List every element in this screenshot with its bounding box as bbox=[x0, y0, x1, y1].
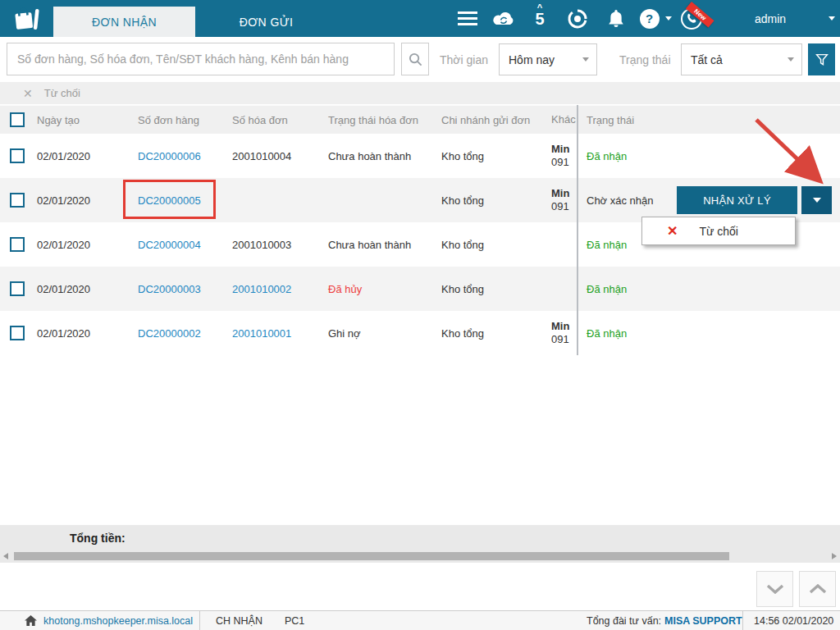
col-trang-thai[interactable]: Trạng thái bbox=[587, 114, 634, 126]
table-row[interactable]: 02/01/2020 DC20000005 Kho tổng Min091 Ch… bbox=[0, 178, 840, 222]
status-filter-select[interactable]: Tất cả bbox=[681, 43, 802, 75]
tab-don-nhan[interactable]: ĐƠN NHẬN bbox=[53, 7, 195, 37]
user-menu[interactable]: admin bbox=[742, 0, 840, 37]
chevron-down-icon bbox=[766, 584, 784, 594]
col-ngay-tao[interactable]: Ngày tạo bbox=[37, 114, 80, 126]
page-up-button[interactable] bbox=[799, 571, 836, 607]
cloud-sync-button[interactable] bbox=[490, 0, 518, 37]
help-caret-icon bbox=[665, 16, 672, 21]
invoice-status: Ghi nợ bbox=[328, 327, 361, 340]
support-label: Tổng đài tư vấn: bbox=[587, 611, 661, 630]
created-date: 02/01/2020 bbox=[37, 283, 90, 295]
table-row[interactable]: 02/01/2020 DC20000006 2001010004 Chưa ho… bbox=[0, 134, 840, 178]
order-number-link[interactable]: DC20000003 bbox=[138, 283, 201, 295]
order-number-link[interactable]: DC20000004 bbox=[138, 239, 201, 251]
created-date: 02/01/2020 bbox=[37, 239, 90, 251]
scroll-left-icon[interactable] bbox=[3, 553, 8, 559]
row-checkbox[interactable] bbox=[10, 237, 25, 252]
bulk-reject-button[interactable]: Từ chối bbox=[44, 87, 80, 99]
invoice-number-link[interactable]: 2001010001 bbox=[232, 327, 291, 340]
help-icon: ? bbox=[640, 9, 660, 29]
shop-name: CH NHẬN bbox=[216, 611, 262, 630]
menu-button[interactable] bbox=[455, 0, 480, 37]
order-number-link[interactable]: DC20000005 bbox=[138, 194, 201, 207]
col-khach-hang[interactable]: Khách hàng bbox=[551, 113, 576, 126]
customer: Min091 bbox=[551, 143, 576, 169]
col-so-hoa-don[interactable]: Số hóa đơn bbox=[232, 114, 288, 126]
datetime: 14:56 02/01/2020 bbox=[754, 611, 833, 630]
table-row[interactable]: 02/01/2020 DC20000003 2001010002 Đã hủy … bbox=[0, 267, 840, 311]
col-trang-thai-hoa-don[interactable]: Trạng thái hóa đơn bbox=[328, 114, 418, 126]
scrollbar-thumb[interactable] bbox=[14, 552, 729, 560]
accept-process-button[interactable]: NHẬN XỬ LÝ bbox=[677, 186, 797, 214]
chevron-down-icon bbox=[813, 198, 821, 203]
invoice-status: Chưa hoàn thành bbox=[328, 150, 411, 162]
row-checkbox[interactable] bbox=[10, 193, 25, 208]
swirl-button[interactable] bbox=[564, 0, 591, 37]
created-date: 02/01/2020 bbox=[37, 150, 90, 162]
funnel-icon bbox=[815, 53, 829, 66]
branch: Kho tổng bbox=[441, 283, 484, 295]
misa-5-button[interactable]: ^5 bbox=[527, 0, 552, 37]
time-filter-select[interactable]: Hôm nay bbox=[499, 43, 597, 75]
order-status: Đã nhận bbox=[587, 239, 627, 251]
chevron-down-icon bbox=[582, 57, 589, 62]
order-number-link[interactable]: DC20000002 bbox=[138, 327, 201, 340]
status-bar: khotong.mshopkeeper.misa.local CH NHẬN P… bbox=[0, 610, 840, 630]
tab-don-gui[interactable]: ĐƠN GỬI bbox=[195, 7, 337, 37]
hamburger-icon bbox=[458, 11, 477, 25]
order-number-link[interactable]: DC20000006 bbox=[138, 150, 201, 162]
page-down-button[interactable] bbox=[756, 571, 793, 607]
filterbar: Thời gian Hôm nay Trạng thái Tất cả bbox=[0, 37, 840, 82]
search-input[interactable] bbox=[7, 43, 395, 75]
horizontal-scrollbar[interactable] bbox=[0, 551, 840, 561]
home-icon bbox=[25, 615, 37, 627]
status-filter-value: Tất cả bbox=[691, 53, 723, 66]
search-button[interactable] bbox=[401, 43, 429, 75]
search-icon bbox=[409, 52, 422, 66]
invoice-number-link[interactable]: 2001010002 bbox=[232, 283, 291, 295]
topbar: ĐƠN NHẬN ĐƠN GỬI ^5 bbox=[0, 0, 840, 37]
support-link[interactable]: MISA SUPPORT bbox=[664, 611, 742, 630]
divider bbox=[742, 611, 743, 630]
username: admin bbox=[755, 12, 786, 25]
status-filter-label: Trạng thái bbox=[619, 37, 671, 82]
row-action-menu: ✕ Từ chối bbox=[641, 217, 796, 245]
row-checkbox[interactable] bbox=[10, 281, 25, 296]
chevron-up-icon bbox=[809, 584, 827, 594]
row-checkbox[interactable] bbox=[10, 326, 25, 340]
home-button[interactable] bbox=[25, 611, 37, 630]
cloud-sync-icon bbox=[491, 10, 516, 27]
app-logo[interactable] bbox=[0, 0, 53, 37]
order-status: Đã nhận bbox=[587, 327, 627, 340]
table-header: Ngày tạo Số đơn hàng Số hóa đơn Trạng th… bbox=[0, 105, 840, 134]
host-link[interactable]: khotong.mshopkeeper.misa.local bbox=[43, 611, 193, 630]
order-status: Đã nhận bbox=[587, 283, 627, 295]
invoice-status: Đã hủy bbox=[328, 283, 362, 295]
customer: Min091 bbox=[551, 320, 576, 346]
col-so-don-hang[interactable]: Số đơn hàng bbox=[138, 114, 199, 126]
reject-disabled-icon: ✕ bbox=[23, 87, 33, 100]
invoice-number: 2001010004 bbox=[232, 150, 291, 162]
invoice-number: 2001010003 bbox=[232, 239, 291, 251]
menu-item-reject[interactable]: Từ chối bbox=[699, 225, 738, 238]
bell-icon bbox=[608, 9, 624, 28]
notifications-button[interactable] bbox=[605, 0, 628, 37]
branch: Kho tổng bbox=[441, 194, 484, 207]
row-checkbox[interactable] bbox=[10, 148, 25, 163]
order-status: Chờ xác nhận bbox=[587, 194, 654, 207]
shopping-bag-icon bbox=[12, 7, 42, 31]
created-date: 02/01/2020 bbox=[37, 194, 90, 207]
accept-dropdown-button[interactable] bbox=[801, 186, 832, 214]
chevron-down-icon bbox=[788, 57, 794, 62]
select-all-checkbox[interactable] bbox=[10, 112, 25, 127]
col-chi-nhanh[interactable]: Chi nhánh gửi đơn bbox=[441, 114, 530, 126]
help-button[interactable]: ? bbox=[637, 0, 673, 37]
advanced-filter-button[interactable] bbox=[808, 43, 835, 75]
total-label: Tổng tiền: bbox=[70, 532, 126, 545]
table-row[interactable]: 02/01/2020 DC20000002 2001010001 Ghi nợ … bbox=[0, 311, 840, 355]
column-splitter[interactable] bbox=[577, 105, 578, 355]
branch: Kho tổng bbox=[441, 239, 484, 251]
customer: Min091 bbox=[551, 187, 576, 213]
scroll-right-icon[interactable] bbox=[832, 553, 837, 559]
